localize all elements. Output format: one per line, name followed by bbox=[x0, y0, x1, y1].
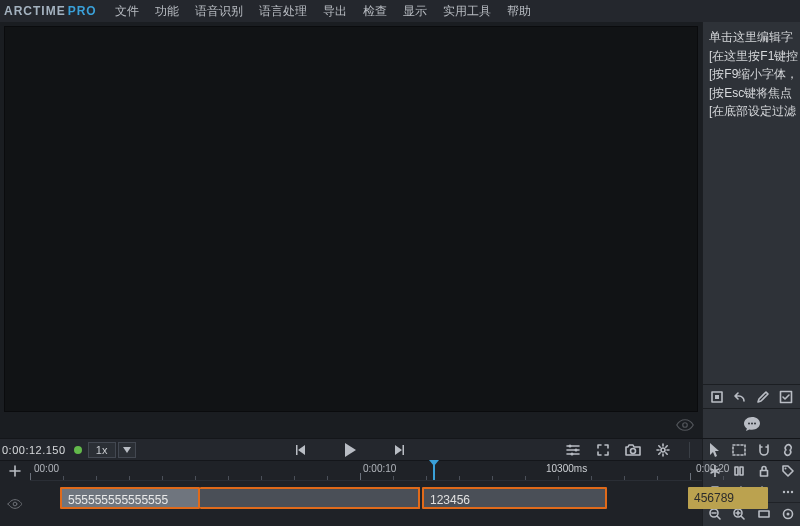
menu-display[interactable]: 显示 bbox=[395, 3, 435, 20]
ruler-tick-mark bbox=[327, 476, 328, 480]
preview-column bbox=[0, 22, 702, 438]
tag-icon[interactable] bbox=[780, 463, 796, 479]
sidebar-line: [在底部设定过滤 bbox=[709, 102, 798, 121]
preview-footer bbox=[0, 412, 702, 438]
svg-point-23 bbox=[786, 513, 789, 516]
separator bbox=[689, 442, 690, 458]
menu-lang[interactable]: 语言处理 bbox=[251, 3, 315, 20]
speed-dropdown[interactable] bbox=[118, 442, 136, 458]
subtitle-sidebar: 单击这里编辑字 [在这里按F1键控 [按F9缩小字体， [按Esc键将焦点 [在… bbox=[702, 22, 800, 438]
pointer-icon[interactable] bbox=[707, 442, 723, 458]
svg-point-10 bbox=[631, 448, 636, 453]
select-range-icon[interactable] bbox=[731, 442, 747, 458]
ruler-label: 0:00:20 bbox=[696, 463, 729, 474]
sidebar-chat[interactable] bbox=[703, 408, 800, 438]
prev-icon[interactable] bbox=[292, 442, 308, 458]
sidebar-line: [在这里按F1键控 bbox=[709, 47, 798, 66]
lock-icon[interactable] bbox=[756, 463, 772, 479]
subtitle-clip[interactable] bbox=[200, 487, 420, 509]
ruler-tick-mark bbox=[459, 476, 460, 480]
ruler-row: 00:00 0:00:10 0:00:20 10300ms bbox=[0, 461, 800, 481]
ruler-tick-mark bbox=[624, 476, 625, 480]
video-preview[interactable] bbox=[4, 26, 698, 412]
menu-export[interactable]: 导出 bbox=[315, 3, 355, 20]
visibility-icon[interactable] bbox=[674, 416, 696, 434]
timeline: 00:00 0:00:10 0:00:20 10300ms 5555555555… bbox=[0, 460, 800, 526]
timeline-tool-top bbox=[702, 439, 800, 461]
menu-file[interactable]: 文件 bbox=[107, 3, 147, 20]
expand-icon[interactable] bbox=[595, 442, 611, 458]
ruler-tick-mark bbox=[591, 476, 592, 480]
time-ruler[interactable]: 00:00 0:00:10 0:00:20 10300ms bbox=[30, 461, 702, 481]
menubar: ARCTIME PRO 文件 功能 语音识别 语言处理 导出 检查 显示 实用工… bbox=[0, 0, 800, 22]
playback-controls bbox=[136, 442, 565, 458]
ruler-tick-mark bbox=[657, 476, 658, 480]
next-icon[interactable] bbox=[392, 442, 408, 458]
sidebar-toolbar bbox=[703, 384, 800, 408]
playhead[interactable] bbox=[433, 461, 435, 480]
menu-asr[interactable]: 语音识别 bbox=[187, 3, 251, 20]
svg-point-8 bbox=[575, 448, 578, 451]
transport-bar: 0:00:12.150 1x bbox=[0, 438, 800, 460]
svg-rect-21 bbox=[759, 511, 769, 517]
svg-rect-13 bbox=[760, 471, 767, 477]
svg-point-16 bbox=[783, 490, 785, 492]
svg-point-5 bbox=[751, 422, 753, 424]
sliders-icon[interactable] bbox=[565, 442, 581, 458]
ruler-tick-mark bbox=[261, 476, 262, 480]
playback-speed[interactable]: 1x bbox=[88, 442, 116, 458]
svg-point-7 bbox=[569, 444, 572, 447]
ruler-label: 0:00:10 bbox=[363, 463, 396, 474]
track-row: 555555555555555123456456789 bbox=[0, 481, 800, 526]
track-visibility[interactable] bbox=[0, 481, 30, 526]
svg-point-15 bbox=[13, 502, 17, 506]
merge-icon[interactable] bbox=[731, 463, 747, 479]
ruler-tick-mark bbox=[393, 476, 394, 480]
ruler-tick-mark bbox=[492, 476, 493, 480]
link-icon[interactable] bbox=[780, 442, 796, 458]
main-row: 单击这里编辑字 [在这里按F1键控 [按F9缩小字体， [按Esc键将焦点 [在… bbox=[0, 22, 800, 438]
menu-func[interactable]: 功能 bbox=[147, 3, 187, 20]
subtitle-clip[interactable]: 456789 bbox=[688, 487, 768, 509]
pencil-icon[interactable] bbox=[755, 389, 771, 405]
status-dot bbox=[74, 446, 82, 454]
svg-point-14 bbox=[784, 468, 786, 470]
add-track-button[interactable] bbox=[0, 461, 30, 481]
gear-icon[interactable] bbox=[655, 442, 671, 458]
svg-point-17 bbox=[787, 490, 789, 492]
svg-point-6 bbox=[754, 422, 756, 424]
svg-rect-12 bbox=[733, 445, 745, 455]
play-icon[interactable] bbox=[342, 442, 358, 458]
settings2-icon[interactable] bbox=[780, 506, 796, 522]
ruler-tick-mark bbox=[228, 476, 229, 480]
check-icon[interactable] bbox=[778, 389, 794, 405]
ruler-tick-mark bbox=[162, 476, 163, 480]
menu-tools[interactable]: 实用工具 bbox=[435, 3, 499, 20]
svg-point-18 bbox=[791, 490, 793, 492]
ruler-tick-mark bbox=[96, 476, 97, 480]
logo-arctime: ARCTIME bbox=[4, 4, 66, 18]
app-logo: ARCTIME PRO bbox=[4, 4, 97, 18]
svg-point-4 bbox=[748, 422, 750, 424]
svg-point-0 bbox=[683, 423, 688, 428]
ruler-tick-mark bbox=[558, 476, 559, 480]
ruler-tick-mark bbox=[723, 476, 724, 480]
camera-icon[interactable] bbox=[625, 442, 641, 458]
ruler-tick-mark bbox=[129, 476, 130, 480]
sidebar-line: 单击这里编辑字 bbox=[709, 28, 798, 47]
svg-point-9 bbox=[571, 452, 574, 455]
chat-bubble-icon bbox=[743, 416, 761, 432]
subtitle-editor[interactable]: 单击这里编辑字 [在这里按F1键控 [按F9缩小字体， [按Esc键将焦点 [在… bbox=[703, 22, 800, 384]
menu-check[interactable]: 检查 bbox=[355, 3, 395, 20]
subtitle-clip[interactable]: 123456 bbox=[422, 487, 607, 509]
ruler-tick-mark bbox=[360, 473, 361, 480]
undo-icon[interactable] bbox=[732, 389, 748, 405]
subtitle-track[interactable]: 555555555555555123456456789 bbox=[30, 481, 702, 526]
menu-help[interactable]: 帮助 bbox=[499, 3, 539, 20]
subtitle-clip[interactable]: 555555555555555 bbox=[60, 487, 200, 509]
more-icon[interactable] bbox=[780, 484, 796, 500]
magnet-icon[interactable] bbox=[756, 442, 772, 458]
ruler-tick-mark bbox=[690, 473, 691, 480]
stop-square-icon[interactable] bbox=[709, 389, 725, 405]
transport-right bbox=[565, 442, 702, 458]
